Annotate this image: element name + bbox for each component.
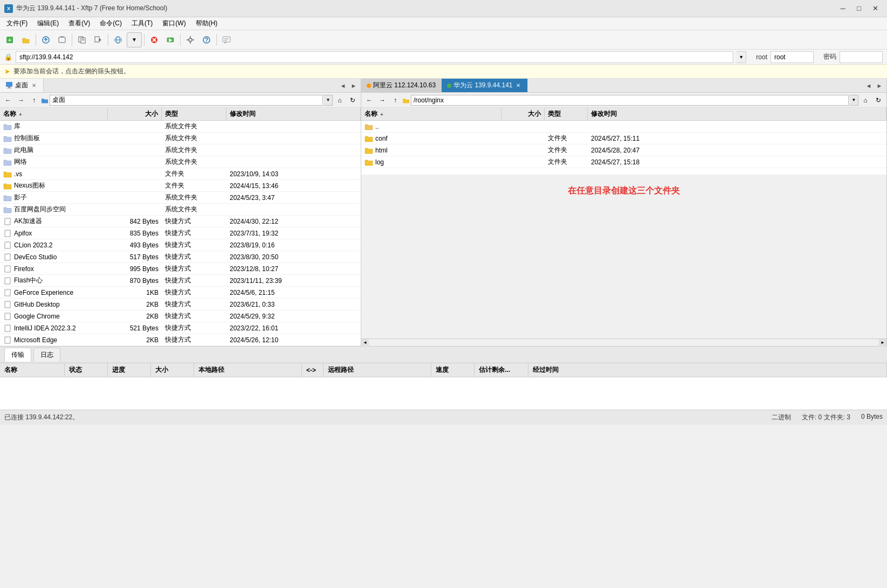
left-list-item[interactable]: Google Chrome 2KB 快捷方式 2024/5/29, 9:32 [0,310,361,322]
toolbar-sep-2 [72,34,72,46]
left-path-folder-icon [41,96,49,104]
menu-view[interactable]: 查看(V) [64,18,94,29]
right-path-input[interactable] [411,95,849,106]
left-list-item[interactable]: GeForce Experience 1KB 快捷方式 2024/5/6, 21… [0,287,361,299]
right-list-item[interactable]: log 文件夹 2024/5/27, 15:18 [361,156,886,168]
right-forward-btn[interactable]: → [376,94,388,106]
right-tab-aliyun[interactable]: 阿里云 112.124.10.63 [361,79,442,92]
svg-rect-3 [59,37,65,43]
right-tab-close[interactable]: ✕ [514,82,522,89]
toolbar-btn-5[interactable] [74,32,90,47]
right-list-item[interactable]: html 文件夹 2024/5/28, 20:47 [361,144,886,156]
left-list-item[interactable]: 影子 系统文件夹 2024/5/23, 3:47 [0,192,361,204]
minimize-button[interactable]: ─ [835,3,850,15]
right-up-btn[interactable]: ↑ [389,94,401,106]
url-dropdown[interactable]: ▼ [737,51,746,63]
right-panel: 阿里云 112.124.10.63 华为云 139.9.44.141 ✕ ◄ ►… [361,79,887,346]
info-message: 要添加当前会话，点击左侧的筛头按钮。 [13,67,130,76]
user-input[interactable] [771,51,814,63]
left-path-dropdown[interactable]: ▼ [324,95,333,106]
left-tab-next[interactable]: ► [349,81,359,91]
left-file-size: 2KB [108,334,162,345]
disconnect-button[interactable] [147,32,162,47]
globe-button[interactable] [111,32,126,47]
left-file-name: 此电脑 [0,144,108,156]
toolbar-btn-6[interactable] [91,32,106,47]
svg-rect-7 [82,40,84,40]
help-button[interactable]: ? [199,32,214,47]
left-file-name: Flash中心 [0,275,108,286]
left-refresh-btn[interactable]: ↻ [347,94,359,106]
app-icon: X [4,4,13,13]
settings-button[interactable] [183,32,198,47]
new-session-button[interactable]: + [2,32,17,47]
right-file-type: 文件夹 [545,144,588,156]
menu-tools[interactable]: 工具(T) [127,18,157,29]
left-list-item[interactable]: 此电脑 系统文件夹 [0,144,361,156]
globe-dropdown[interactable]: ▼ [127,32,142,47]
left-list-item[interactable]: AK加速器 842 Bytes 快捷方式 2024/4/30, 22:12 [0,216,361,227]
transfer-tab-log[interactable]: 日志 [33,348,60,362]
left-list-item[interactable]: Apifox 835 Bytes 快捷方式 2023/7/31, 19:32 [0,227,361,239]
left-back-btn[interactable]: ← [2,94,14,106]
chat-button[interactable] [219,32,234,47]
right-file-size [501,133,545,144]
left-file-list[interactable]: 库 系统文件夹 控制面板 系统文件夹 此电脑 系统文件夹 网络 [0,121,361,346]
scroll-left-btn[interactable]: ◄ [361,339,369,347]
left-file-date: 2023/8/30, 20:50 [226,251,361,262]
left-list-item[interactable]: IntelliJ IDEA 2022.3.2 521 Bytes 快捷方式 20… [0,322,361,334]
menu-command[interactable]: 命令(C) [95,18,126,29]
menu-edit[interactable]: 编辑(E) [33,18,63,29]
right-file-list[interactable]: .. conf 文件夹 2024/5/27, 15:11 html [361,121,886,175]
right-back-btn[interactable]: ← [363,94,375,106]
left-list-item[interactable]: 网络 系统文件夹 [0,156,361,168]
left-file-date: 2023/6/21, 0:33 [226,299,361,310]
toolbar-btn-3[interactable] [38,32,53,47]
right-home-btn[interactable]: ⌂ [860,94,871,106]
right-tab-prev[interactable]: ◄ [864,81,874,91]
menu-file[interactable]: 文件(F) [2,18,32,29]
left-tab-prev[interactable]: ◄ [338,81,348,91]
left-list-item[interactable]: Firefox 995 Bytes 快捷方式 2023/12/8, 10:27 [0,263,361,275]
url-input[interactable] [16,51,733,63]
connect-button[interactable]: ▶ [163,32,178,47]
file-icon-shortcut [3,241,12,250]
right-tab-next[interactable]: ► [875,81,884,91]
right-list-item[interactable]: .. [361,121,886,133]
left-tab-desktop[interactable]: 桌面 ✕ [0,79,44,92]
open-button[interactable] [18,32,33,47]
left-list-item[interactable]: 控制面板 系统文件夹 [0,133,361,144]
password-input[interactable] [840,51,883,63]
left-list-item[interactable]: 百度网盘同步空间 系统文件夹 [0,204,361,216]
right-path-dropdown[interactable]: ▼ [850,95,858,106]
left-list-item[interactable]: Flash中心 870 Bytes 快捷方式 2023/11/11, 23:39 [0,275,361,287]
left-path-input[interactable] [50,95,323,106]
menu-window[interactable]: 窗口(W) [158,18,190,29]
toolbar-btn-4[interactable] [54,32,70,47]
left-list-item[interactable]: CLion 2023.2 493 Bytes 快捷方式 2023/8/19, 0… [0,239,361,251]
left-list-item[interactable]: DevEco Studio 517 Bytes 快捷方式 2023/8/30, … [0,251,361,263]
transfer-tab-transfer[interactable]: 传输 [4,348,31,362]
maximize-button[interactable]: □ [851,3,867,15]
huawei-status-dot [447,84,451,88]
left-list-item[interactable]: GitHub Desktop 2KB 快捷方式 2023/6/21, 0:33 [0,299,361,310]
close-button[interactable]: ✕ [868,3,883,15]
right-tab-huawei[interactable]: 华为云 139.9.44.141 ✕ [442,79,528,92]
left-list-item[interactable]: Nexus图标 文件夹 2024/4/15, 13:46 [0,180,361,192]
scroll-right-btn[interactable]: ► [879,339,886,347]
left-up-btn[interactable]: ↑ [28,94,40,106]
address-bar: 🔒 ▼ root 密码 [0,50,887,65]
menu-help[interactable]: 帮助(H) [191,18,222,29]
right-refresh-btn[interactable]: ↻ [872,94,884,106]
left-home-btn[interactable]: ⌂ [334,94,346,106]
left-header-type: 类型 [162,108,226,120]
left-tab-close[interactable]: ✕ [30,81,38,89]
left-forward-btn[interactable]: → [15,94,27,106]
right-list-item[interactable]: conf 文件夹 2024/5/27, 15:11 [361,133,886,144]
left-list-item[interactable]: 库 系统文件夹 [0,121,361,133]
left-file-type: 快捷方式 [162,251,226,262]
th-remote: 远程路径 [324,363,431,377]
right-file-date [588,121,886,132]
left-list-item[interactable]: Microsoft Edge 2KB 快捷方式 2024/5/26, 12:10 [0,334,361,346]
left-list-item[interactable]: .vs 文件夹 2023/10/9, 14:03 [0,168,361,180]
